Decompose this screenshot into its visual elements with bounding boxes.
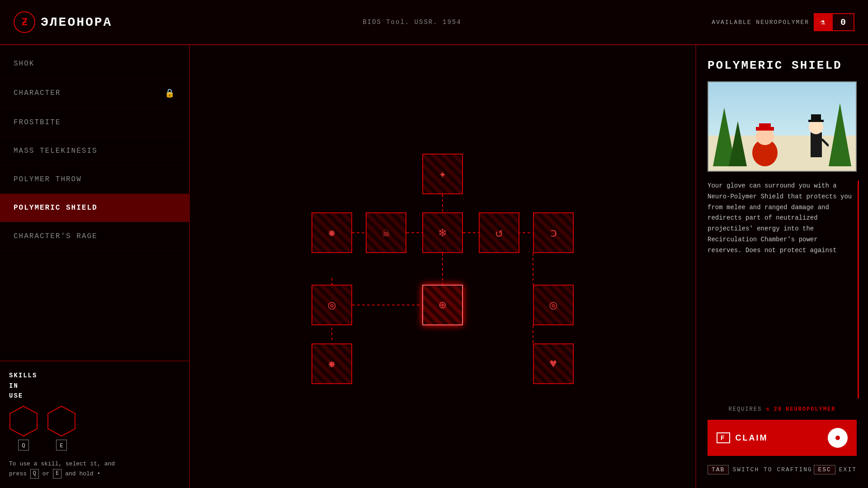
node-bottom-right[interactable]: ♥ bbox=[533, 343, 574, 384]
node-mid-right-icon: ↄ bbox=[550, 225, 557, 240]
character-name: ЭЛЕОНОРА bbox=[41, 15, 112, 29]
node-lower-center-icon: ⊕ bbox=[439, 297, 447, 313]
sidebar-item-polymer-throw[interactable]: POLYMER THROW bbox=[0, 165, 189, 194]
hint-key-e: E bbox=[53, 469, 61, 479]
claim-circle bbox=[828, 428, 848, 448]
claim-f-key: F bbox=[717, 432, 730, 443]
claim-dot bbox=[835, 436, 840, 440]
sidebar: SHOK CHARACTER 🔒 FROSTBITE MASS TELEKINE… bbox=[0, 45, 190, 488]
esc-key: ESC bbox=[814, 465, 835, 474]
tab-crafting-btn[interactable]: TAB SWITCH TO CRAFTING bbox=[708, 465, 812, 474]
node-mid-left[interactable]: ✸ bbox=[311, 212, 352, 253]
esc-exit-btn[interactable]: ESC EXIT bbox=[814, 465, 857, 474]
skill-slots: Q E bbox=[9, 405, 180, 450]
main-layout: SHOK CHARACTER 🔒 FROSTBITE MASS TELEKINE… bbox=[0, 45, 868, 488]
claim-label: CLAIM bbox=[736, 433, 768, 443]
header: Ƶ ЭЛЕОНОРА BIOS Tool. USSR. 1954 AVAILAB… bbox=[0, 0, 868, 45]
tab-key: TAB bbox=[708, 465, 729, 474]
sidebar-item-shok[interactable]: SHOK bbox=[0, 50, 189, 78]
key-badge-q: Q bbox=[18, 440, 29, 450]
node-bottom-left[interactable]: ✸ bbox=[311, 343, 352, 384]
svg-marker-12 bbox=[829, 103, 851, 166]
skill-tree: ✦ ✸ ☠ ❄ ↺ ↄ ◎ ⊕ bbox=[190, 45, 696, 488]
sidebar-item-polymer-throw-label: POLYMER THROW bbox=[14, 175, 82, 183]
claim-left: F CLAIM bbox=[717, 432, 768, 443]
header-subtitle: BIOS Tool. USSR. 1954 bbox=[112, 19, 712, 26]
skill-detail-title: POLYMERIC SHIELD bbox=[708, 59, 857, 72]
tab-label: SWITCH TO CRAFTING bbox=[732, 466, 812, 473]
sidebar-item-frostbite[interactable]: FROSTBITE bbox=[0, 108, 189, 137]
node-mid-center-right[interactable]: ↺ bbox=[479, 212, 519, 253]
sidebar-item-frostbite-label: FROSTBITE bbox=[14, 118, 61, 127]
artwork-tree-left2 bbox=[729, 121, 747, 166]
artwork-tree-right bbox=[829, 103, 851, 166]
skill-description: Your glove can surround you with a Neuro… bbox=[708, 181, 859, 399]
key-badge-e: E bbox=[56, 440, 67, 450]
lock-icon: 🔒 bbox=[165, 88, 175, 98]
sidebar-skills: SHOK CHARACTER 🔒 FROSTBITE MASS TELEKINE… bbox=[0, 45, 189, 361]
node-mid-center-icon: ❄ bbox=[439, 225, 447, 240]
bottom-nav: TAB SWITCH TO CRAFTING ESC EXIT bbox=[708, 465, 857, 474]
node-mid-right[interactable]: ↄ bbox=[533, 212, 574, 253]
sidebar-item-character-label: CHARACTER bbox=[14, 89, 61, 97]
sidebar-item-mass-telekinesis-label: MASS TELEKINESIS bbox=[14, 147, 98, 155]
requires-unit: NEUROPOLYMER bbox=[786, 406, 835, 413]
skill-artwork bbox=[708, 81, 857, 172]
node-bottom-left-icon: ✸ bbox=[328, 356, 336, 371]
hex-slot-q bbox=[9, 405, 38, 437]
skill-requires: REQUIRES ⚗ 28 NEUROPOLYMER bbox=[708, 405, 857, 413]
esc-label: EXIT bbox=[839, 466, 857, 473]
svg-marker-0 bbox=[10, 406, 37, 436]
hex-svg-q bbox=[9, 405, 38, 437]
node-lower-right-icon: ◎ bbox=[550, 297, 557, 313]
node-mid-center-left[interactable]: ☠ bbox=[366, 212, 406, 253]
hex-slot-e bbox=[47, 405, 76, 437]
tree-canvas: ✦ ✸ ☠ ❄ ↺ ↄ ◎ ⊕ bbox=[311, 154, 574, 380]
requires-icon: ⚗ bbox=[765, 405, 770, 413]
sidebar-item-shok-label: SHOK bbox=[14, 60, 34, 68]
svg-marker-11 bbox=[729, 121, 747, 166]
skill-slot-q: Q bbox=[9, 405, 38, 450]
node-lower-center[interactable]: ⊕ bbox=[422, 285, 463, 325]
skill-slot-e: E bbox=[47, 405, 76, 450]
node-mid-center[interactable]: ❄ bbox=[422, 212, 463, 253]
sidebar-item-character[interactable]: CHARACTER 🔒 bbox=[0, 78, 189, 108]
node-lower-left[interactable]: ◎ bbox=[311, 285, 352, 325]
claim-button[interactable]: F CLAIM bbox=[708, 420, 857, 456]
svg-rect-20 bbox=[811, 114, 821, 121]
node-lower-right[interactable]: ◎ bbox=[533, 285, 574, 325]
right-panel: POLYMERIC SHIELD bbox=[696, 45, 868, 488]
svg-line-21 bbox=[822, 139, 829, 146]
svg-rect-16 bbox=[759, 123, 771, 129]
node-mid-center-right-icon: ↺ bbox=[495, 225, 503, 240]
header-right: AVAILABLE NEUROPOLYMER ⚗ 0 bbox=[712, 13, 854, 31]
sidebar-item-mass-telekinesis[interactable]: MASS TELEKINESIS bbox=[0, 137, 189, 165]
logo: Ƶ ЭЛЕОНОРА bbox=[14, 11, 112, 33]
node-bottom-right-icon: ♥ bbox=[550, 357, 557, 371]
sidebar-bottom: SKILLSINUSE Q E bbox=[0, 361, 189, 488]
hint-key-q: Q bbox=[30, 469, 39, 479]
artwork-char-tall bbox=[804, 114, 829, 169]
svg-marker-1 bbox=[48, 406, 75, 436]
skills-hint: To use a skill, select it, and press Q o… bbox=[9, 460, 180, 479]
sidebar-item-polymeric-shield-label: POLYMERIC SHIELD bbox=[14, 204, 98, 212]
neuropolymer-count: ⚗ 0 bbox=[814, 13, 854, 31]
artwork-scene bbox=[708, 82, 856, 171]
neuropolymer-label: AVAILABLE NEUROPOLYMER bbox=[712, 19, 809, 26]
node-mid-center-left-icon: ☠ bbox=[382, 225, 390, 240]
requires-value: 28 bbox=[774, 406, 782, 413]
node-lower-left-icon: ◎ bbox=[328, 297, 336, 313]
svg-rect-17 bbox=[811, 132, 822, 157]
sidebar-item-characters-rage[interactable]: CHARACTER'S RAGE bbox=[0, 222, 189, 251]
node-top-center[interactable]: ✦ bbox=[422, 154, 463, 194]
sidebar-item-polymeric-shield[interactable]: POLYMERIC SHIELD bbox=[0, 194, 189, 222]
node-mid-left-icon: ✸ bbox=[328, 225, 336, 240]
neuropolymer-value: 0 bbox=[832, 13, 854, 31]
hex-svg-e bbox=[47, 405, 76, 437]
skills-in-use-label: SKILLSINUSE bbox=[9, 371, 180, 401]
node-top-center-icon: ✦ bbox=[439, 166, 447, 182]
artwork-char-fat bbox=[749, 123, 781, 169]
neuropolymer-icon: ⚗ bbox=[814, 13, 832, 31]
logo-icon: Ƶ bbox=[14, 11, 35, 33]
sidebar-item-characters-rage-label: CHARACTER'S RAGE bbox=[14, 232, 98, 240]
